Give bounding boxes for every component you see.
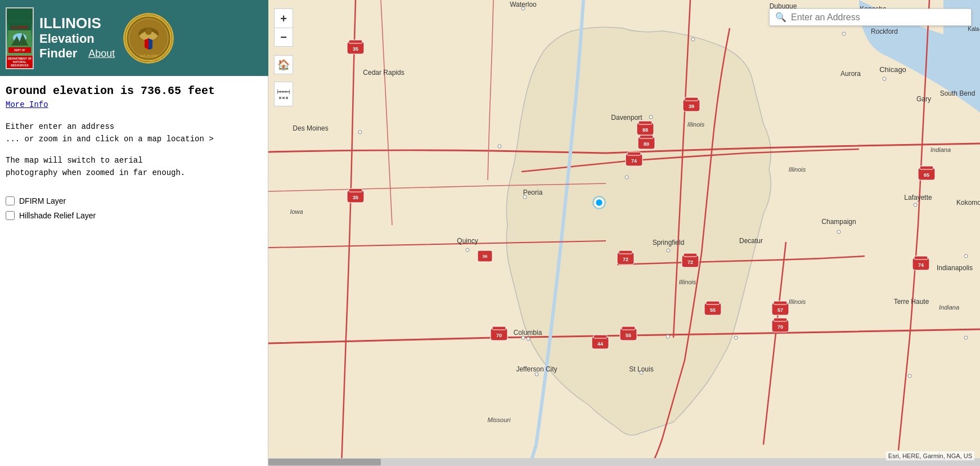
svg-point-73 (691, 38, 695, 41)
logo-graphic: ILLINOIS DEPT OF (7, 19, 33, 56)
svg-text:55: 55 (710, 307, 716, 313)
left-panel: ILLINOIS DEPT OF DEPARTMENT OF NATURAL R… (0, 0, 268, 466)
svg-text:Illinois: Illinois (789, 166, 806, 173)
about-link[interactable]: About (88, 48, 115, 60)
svg-point-87 (908, 374, 911, 378)
address-input[interactable] (791, 12, 965, 23)
svg-text:Rockford: Rockford (871, 28, 898, 35)
state-name: ILLINOIS (39, 15, 115, 32)
svg-point-82 (666, 335, 669, 338)
svg-text:Missouri: Missouri (488, 416, 511, 423)
left-content: Ground elevation is 736.65 feet More Inf… (0, 76, 268, 466)
state-seal: AUG 26 1818 (123, 13, 174, 64)
svg-text:St Louis: St Louis (629, 365, 653, 373)
svg-rect-27 (774, 301, 787, 304)
svg-text:DEPT OF: DEPT OF (14, 49, 25, 52)
svg-rect-21 (640, 135, 653, 138)
svg-text:Cedar Rapids: Cedar Rapids (363, 69, 404, 77)
map-svg[interactable]: 80 55 57 70 (268, 0, 980, 466)
zoom-in-button[interactable]: + (274, 8, 293, 28)
svg-text:Terre Haute: Terre Haute (894, 298, 929, 306)
svg-rect-54 (684, 253, 697, 257)
dfirm-layer-row: DFIRM Layer (6, 196, 262, 205)
svg-text:Waterloo: Waterloo (510, 1, 537, 8)
logo-dept-label: DEPARTMENT OF NATURAL RESOURCES (7, 56, 33, 68)
search-icon: 🔍 (775, 12, 786, 23)
svg-text:44: 44 (597, 341, 603, 347)
svg-text:Illinois: Illinois (789, 298, 806, 305)
svg-text:70: 70 (496, 333, 502, 338)
dfirm-label[interactable]: DFIRM Layer (19, 196, 66, 205)
svg-rect-68 (914, 256, 928, 259)
svg-text:Kokomo: Kokomo (956, 199, 980, 207)
map-attribution: Esri, HERE, Garmin, NGA, US (886, 451, 974, 460)
scrollbar-thumb[interactable] (268, 459, 381, 465)
svg-rect-36 (627, 152, 641, 155)
svg-text:Iowa: Iowa (290, 208, 303, 215)
layers-section: DFIRM Layer Hillshade Relief Layer (6, 196, 262, 220)
svg-rect-51 (349, 40, 362, 43)
svg-text:36: 36 (483, 254, 488, 259)
svg-point-86 (964, 254, 968, 258)
svg-point-125 (595, 199, 603, 207)
svg-point-75 (883, 77, 886, 80)
svg-rect-60 (774, 318, 787, 321)
svg-text:Aurora: Aurora (840, 70, 861, 78)
zoom-controls: + − (274, 8, 293, 47)
svg-text:72: 72 (623, 257, 628, 262)
svg-text:Indianapolis: Indianapolis (937, 264, 973, 272)
svg-text:Kala-: Kala- (968, 26, 980, 32)
svg-text:Des Moines: Des Moines (293, 124, 328, 132)
svg-text:Davenport: Davenport (611, 114, 642, 122)
svg-rect-48 (349, 189, 362, 192)
svg-point-76 (358, 131, 362, 134)
svg-text:Illinois: Illinois (687, 121, 705, 128)
svg-text:Decatur: Decatur (739, 237, 763, 245)
svg-point-89 (527, 337, 530, 340)
svg-text:Illinois: Illinois (679, 279, 696, 285)
address-search-bar: 🔍 (769, 8, 972, 26)
svg-text:Peoria: Peoria (523, 189, 543, 196)
svg-text:74: 74 (631, 158, 637, 164)
dnr-logo: ILLINOIS DEPT OF DEPARTMENT OF NATURAL R… (6, 7, 34, 69)
svg-text:80: 80 (644, 141, 649, 147)
app-header: ILLINOIS DEPT OF DEPARTMENT OF NATURAL R… (0, 0, 268, 76)
map-container[interactable]: 🔍 + − 🏠 (268, 0, 980, 466)
svg-text:South Bend: South Bend (940, 89, 975, 97)
svg-text:74: 74 (918, 262, 924, 268)
dfirm-checkbox[interactable] (6, 196, 15, 205)
svg-text:39: 39 (689, 104, 694, 109)
svg-point-81 (466, 248, 469, 252)
svg-text:Indiana: Indiana (930, 146, 951, 153)
svg-point-84 (837, 230, 840, 234)
svg-point-74 (842, 32, 846, 35)
more-info-link[interactable]: More Info (6, 100, 262, 109)
svg-point-85 (914, 203, 917, 207)
hillshade-checkbox[interactable] (6, 211, 15, 220)
svg-point-10 (145, 28, 152, 35)
home-button[interactable]: 🏠 (274, 55, 293, 74)
svg-point-70 (498, 145, 501, 148)
app-title-finder: Finder (39, 46, 77, 61)
svg-rect-33 (622, 326, 635, 330)
svg-text:Indiana: Indiana (939, 304, 959, 311)
svg-text:AUG 26 1818: AUG 26 1818 (140, 54, 158, 57)
svg-text:Gary: Gary (916, 95, 931, 103)
svg-text:35: 35 (353, 46, 358, 52)
app-title-elevation: Elevation (39, 32, 115, 46)
svg-text:57: 57 (777, 307, 783, 313)
svg-text:Springfield: Springfield (653, 239, 685, 247)
horizontal-scrollbar[interactable] (268, 458, 980, 466)
app-title-block: ILLINOIS Elevation Finder About (39, 15, 115, 61)
measure-button[interactable] (274, 82, 293, 106)
main-layout: ILLINOIS DEPT OF DEPARTMENT OF NATURAL R… (0, 0, 980, 466)
svg-rect-24 (706, 301, 720, 304)
zoom-out-button[interactable]: − (274, 28, 293, 47)
svg-text:88: 88 (642, 127, 648, 133)
svg-text:70: 70 (777, 324, 783, 330)
svg-text:Champaign: Champaign (821, 218, 856, 226)
hillshade-label[interactable]: Hillshade Relief Layer (19, 211, 96, 220)
svg-text:Chicago: Chicago (879, 65, 906, 74)
svg-rect-57 (619, 250, 632, 254)
svg-point-71 (649, 115, 653, 119)
